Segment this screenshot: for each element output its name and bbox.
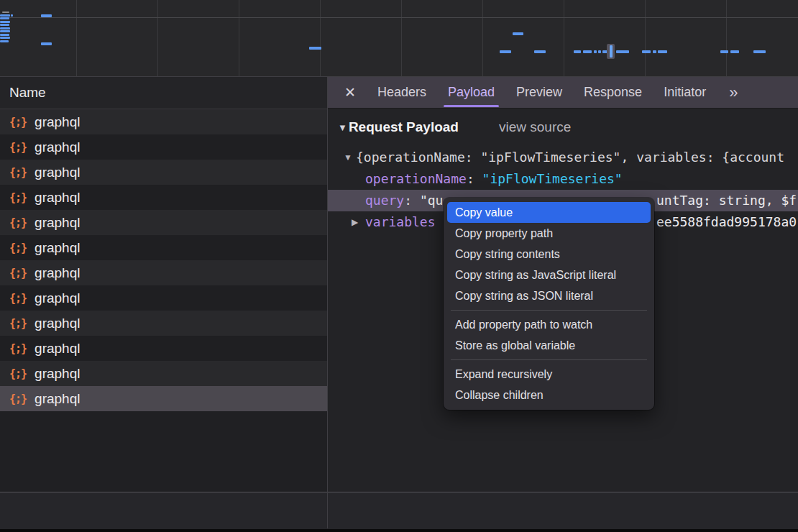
fetch-json-icon: {;} xyxy=(9,267,27,280)
request-name: graphql xyxy=(35,240,80,256)
overview-request-bar xyxy=(0,24,9,26)
variables-value-continuation: ee5588fdad995178a0 xyxy=(656,211,797,233)
tab-initiator[interactable]: Initiator xyxy=(664,85,706,100)
menu-item[interactable]: Store as global variable xyxy=(444,335,654,356)
tab-preview[interactable]: Preview xyxy=(516,85,562,100)
menu-item[interactable]: Add property path to watch xyxy=(444,314,654,335)
fetch-json-icon: {;} xyxy=(9,242,27,254)
overview-request-bar xyxy=(0,30,10,32)
overview-selected-bar xyxy=(610,45,613,58)
overview-request-bar xyxy=(658,50,667,53)
overview-gridline xyxy=(76,0,77,76)
overview-gridline xyxy=(401,0,402,76)
property-key: variables xyxy=(365,214,436,229)
menu-separator xyxy=(451,310,647,311)
name-column-label: Name xyxy=(9,85,46,101)
request-row[interactable]: {;}graphql xyxy=(0,109,327,134)
payload-section-header: ▼ Request Payload view source xyxy=(338,119,571,135)
devtools-network-window: Name {;}graphql{;}graphql{;}graphql{;}gr… xyxy=(0,0,798,532)
overview-request-bar xyxy=(513,32,523,35)
tree-collapsed-icon[interactable]: ▶ xyxy=(352,211,365,233)
overview-request-bar xyxy=(0,37,10,39)
tab-response[interactable]: Response xyxy=(584,85,642,100)
request-row[interactable]: {;}graphql xyxy=(0,285,327,311)
request-row[interactable]: {;}graphql xyxy=(0,134,327,160)
name-column-header[interactable]: Name xyxy=(0,77,327,109)
request-row[interactable]: {;}graphql xyxy=(0,361,327,386)
close-icon[interactable]: ✕ xyxy=(344,84,356,101)
tab-payload[interactable]: Payload xyxy=(448,85,495,100)
overview-request-bar xyxy=(309,47,321,50)
payload-root-row[interactable]: ▼{operationName: "ipFlowTimeseries", var… xyxy=(327,147,798,168)
colon: : xyxy=(467,171,482,186)
menu-item[interactable]: Collapse children xyxy=(444,385,654,405)
status-bar xyxy=(0,492,798,529)
menu-item[interactable]: Copy string contents xyxy=(444,244,654,265)
request-row[interactable]: {;}graphql xyxy=(0,160,327,185)
detail-tab-bar: ✕ HeadersPayloadPreviewResponseInitiator… xyxy=(327,77,798,109)
tab-headers[interactable]: Headers xyxy=(377,85,426,100)
overview-request-bar xyxy=(598,50,601,53)
fetch-json-icon: {;} xyxy=(9,317,27,330)
tree-expanded-icon[interactable]: ▼ xyxy=(344,147,356,168)
view-source-link[interactable]: view source xyxy=(499,119,571,135)
property-value-start: "qu xyxy=(420,193,444,208)
overview-gridline xyxy=(564,0,564,76)
request-name: graphql xyxy=(35,215,80,231)
overview-request-bar xyxy=(0,14,10,17)
menu-item[interactable]: Copy value xyxy=(447,202,651,223)
property-value: "ipFlowTimeseries" xyxy=(482,171,623,186)
request-name: graphql xyxy=(35,190,80,206)
overview-selected-marker xyxy=(607,44,615,59)
overview-request-bar xyxy=(594,50,597,53)
overview-request-bar xyxy=(642,50,651,53)
overview-request-bar xyxy=(534,50,546,53)
fetch-json-icon: {;} xyxy=(9,342,27,355)
request-row[interactable]: {;}graphql xyxy=(0,210,327,235)
menu-item[interactable]: Expand recursively xyxy=(444,364,654,385)
request-row[interactable]: {;}graphql xyxy=(0,311,327,336)
overview-request-bar xyxy=(574,50,581,53)
request-name: graphql xyxy=(35,139,80,155)
overview-gridline xyxy=(645,0,646,76)
more-tabs-icon[interactable]: » xyxy=(729,83,738,102)
fetch-json-icon: {;} xyxy=(9,393,27,405)
menu-item[interactable]: Copy property path xyxy=(444,223,654,244)
overview-request-bar xyxy=(616,50,629,53)
fetch-json-icon: {;} xyxy=(9,292,27,305)
request-row[interactable]: {;}graphql xyxy=(0,235,327,260)
request-row[interactable]: {;}graphql xyxy=(0,336,327,361)
request-row[interactable]: {;}graphql xyxy=(0,386,327,411)
overview-request-bar xyxy=(2,12,9,13)
window-bottom-edge xyxy=(0,529,798,532)
overview-gridline xyxy=(482,0,483,76)
panel-splitter[interactable] xyxy=(327,77,328,528)
overview-request-bar xyxy=(41,14,52,17)
overview-request-bar xyxy=(753,50,766,53)
request-name: graphql xyxy=(35,290,80,306)
section-title: Request Payload xyxy=(349,119,459,135)
network-overview-timeline[interactable] xyxy=(0,0,798,77)
request-row[interactable]: {;}graphql xyxy=(0,185,327,210)
request-name: graphql xyxy=(35,265,80,281)
overview-gridline xyxy=(320,0,321,76)
overview-request-bar xyxy=(500,50,511,53)
menu-item[interactable]: Copy string as JSON literal xyxy=(444,285,654,306)
section-expand-icon[interactable]: ▼ xyxy=(338,122,347,133)
menu-separator xyxy=(451,359,647,360)
context-menu: Copy valueCopy property pathCopy string … xyxy=(444,198,654,410)
overview-request-bar xyxy=(0,27,10,29)
request-name: graphql xyxy=(35,316,80,331)
overview-request-bar xyxy=(583,50,592,53)
overview-divider-line xyxy=(0,17,798,18)
menu-item[interactable]: Copy string as JavaScript literal xyxy=(444,265,654,285)
overview-gridline xyxy=(157,0,158,76)
request-name: graphql xyxy=(35,165,80,180)
payload-row-operationname[interactable]: operationName: "ipFlowTimeseries" xyxy=(327,168,798,190)
request-row[interactable]: {;}graphql xyxy=(0,260,327,285)
colon: : xyxy=(404,193,420,208)
fetch-json-icon: {;} xyxy=(9,367,27,380)
requests-panel: Name {;}graphql{;}graphql{;}graphql{;}gr… xyxy=(0,77,327,492)
overview-request-bar xyxy=(41,42,52,45)
detail-tabs: HeadersPayloadPreviewResponseInitiator xyxy=(377,85,706,100)
